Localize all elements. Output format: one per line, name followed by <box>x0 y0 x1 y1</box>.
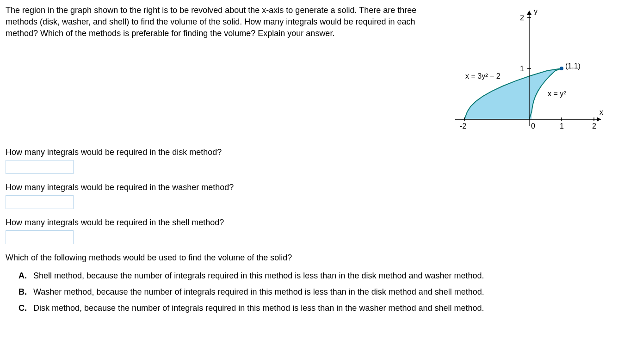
question-disk-text: How many integrals would be required in … <box>6 148 612 157</box>
option-b-letter: B. <box>19 287 28 297</box>
x-axis-label: x <box>599 108 603 116</box>
disk-input[interactable] <box>6 160 74 174</box>
tick-label-xm2: -2 <box>460 122 466 130</box>
option-b-text: Washer method, because the number of int… <box>33 287 484 297</box>
point-1-1 <box>560 67 563 70</box>
option-c-text: Disk method, because the number of integ… <box>33 303 484 313</box>
section-divider <box>6 139 612 139</box>
option-a-letter: A. <box>19 271 28 281</box>
problem-statement: The region in the graph shown to the rig… <box>6 4 437 40</box>
option-a-text: Shell method, because the number of inte… <box>33 271 484 281</box>
question-shell: How many integrals would be required in … <box>6 218 612 247</box>
option-b[interactable]: B. Washer method, because the number of … <box>19 287 612 297</box>
tick-label-y2: 2 <box>520 14 524 22</box>
question-method-text: Which of the following methods would be … <box>6 253 612 263</box>
question-washer-text: How many integrals would be required in … <box>6 183 612 192</box>
option-a[interactable]: A. Shell method, because the number of i… <box>19 271 612 281</box>
question-washer: How many integrals would be required in … <box>6 183 612 211</box>
x-axis-arrow <box>597 117 601 122</box>
y-axis-arrow <box>527 11 531 15</box>
washer-input[interactable] <box>6 195 74 209</box>
tick-label-y1: 1 <box>520 65 524 73</box>
figure-graph: y x 2 1 -2 0 1 2 (1,1) x = 3y² − 2 x = y… <box>446 4 612 133</box>
option-c-letter: C. <box>19 303 28 313</box>
option-c[interactable]: C. Disk method, because the number of in… <box>19 303 612 313</box>
question-shell-text: How many integrals would be required in … <box>6 218 612 228</box>
y-axis-label: y <box>534 7 538 15</box>
question-disk: How many integrals would be required in … <box>6 148 612 176</box>
tick-label-x0: 0 <box>531 122 535 130</box>
point-label: (1,1) <box>565 62 581 70</box>
question-method: Which of the following methods would be … <box>6 253 612 313</box>
curve1-label: x = 3y² − 2 <box>465 72 501 80</box>
options-list: A. Shell method, because the number of i… <box>6 271 612 313</box>
curve2-label: x = y² <box>548 90 566 98</box>
top-section: The region in the graph shown to the rig… <box>6 4 612 133</box>
shell-input[interactable] <box>6 230 74 244</box>
tick-label-x1: 1 <box>560 122 564 130</box>
tick-label-x2: 2 <box>592 122 596 130</box>
